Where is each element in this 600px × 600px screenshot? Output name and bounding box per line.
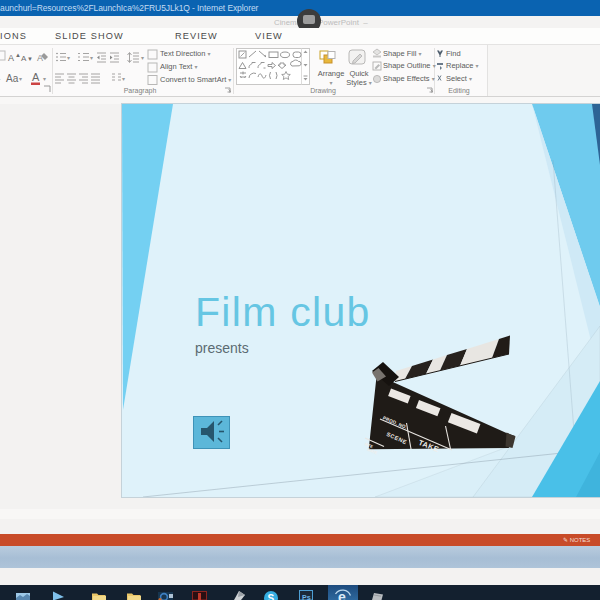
svg-text:▾: ▾ — [67, 55, 70, 61]
svg-text:▾: ▾ — [90, 55, 93, 61]
svg-text:▾: ▾ — [141, 55, 144, 61]
svg-text:Aa: Aa — [6, 73, 19, 84]
svg-text:▾: ▾ — [122, 76, 125, 82]
svg-text:A: A — [8, 53, 14, 63]
svg-text:A: A — [32, 71, 40, 83]
svg-text:▼: ▼ — [27, 56, 33, 62]
svg-text:Ps: Ps — [302, 594, 311, 600]
svg-text:▾: ▾ — [43, 76, 46, 82]
svg-text:▾: ▾ — [19, 76, 22, 82]
svg-text:A: A — [37, 53, 43, 63]
svg-text:-: - — [0, 74, 1, 83]
svg-text:S: S — [268, 593, 275, 600]
